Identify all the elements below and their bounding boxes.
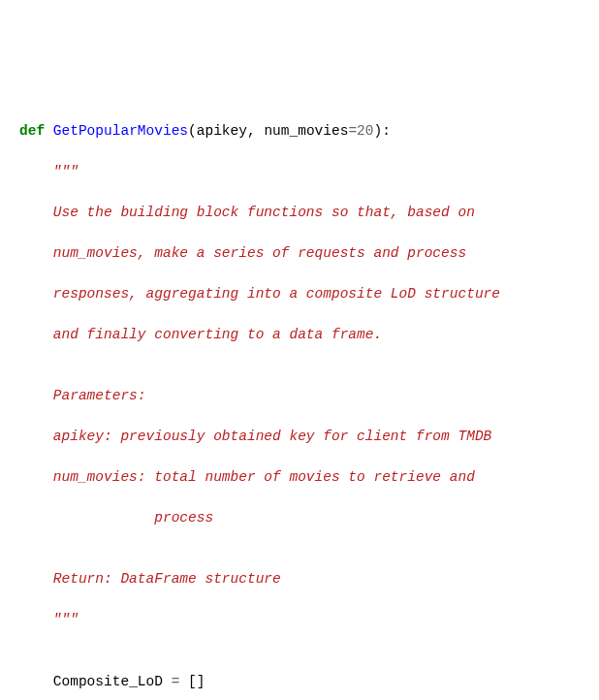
docstring-line: process (19, 508, 599, 528)
docstring-line: and finally converting to a data frame. (19, 325, 599, 345)
operator: = (348, 123, 357, 139)
paren: ( (188, 123, 197, 139)
docstring-line: responses, aggregating into a composite … (19, 284, 599, 304)
paren-colon: ): (374, 123, 391, 139)
docstring-line: Parameters: (19, 386, 599, 406)
number: 20 (357, 123, 373, 139)
docstring-line: Return: DataFrame structure (19, 569, 599, 589)
docstring-line: num_movies: total number of movies to re… (19, 467, 599, 488)
list-literal: [] (188, 674, 205, 689)
code-block: def GetPopularMovies(apikey, num_movies=… (19, 101, 599, 700)
docstring-line: """ (19, 610, 599, 630)
docstring-line: apikey: previously obtained key for clie… (19, 427, 599, 447)
param: num_movies (264, 123, 348, 139)
code-line: Composite_LoD = [] (19, 672, 599, 692)
param: apikey (197, 123, 247, 139)
keyword-def: def (19, 123, 45, 139)
docstring-line: """ (19, 162, 599, 182)
docstring-line: num_movies, make a series of requests an… (19, 243, 599, 264)
comma: , (247, 123, 264, 139)
variable: Composite_LoD (53, 674, 172, 689)
code-line: def GetPopularMovies(apikey, num_movies=… (19, 121, 599, 142)
function-name: GetPopularMovies (53, 123, 188, 139)
docstring-line: Use the building block functions so that… (19, 203, 599, 223)
